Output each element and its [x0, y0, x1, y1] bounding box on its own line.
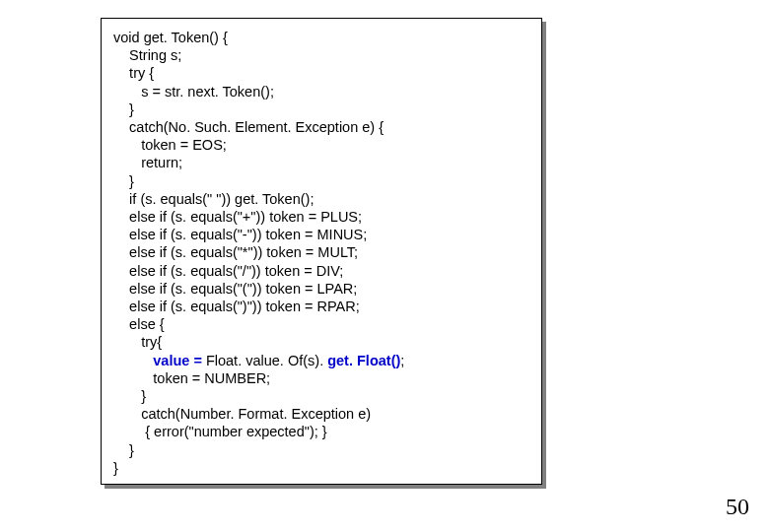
page-number: 50 [726, 494, 749, 520]
code-line: else if (s. equals("(")) token = LPAR; [113, 280, 529, 298]
code-line: token = EOS; [113, 136, 529, 154]
highlight-mid: Float. value. Of(s). [206, 353, 323, 368]
code-line: catch(No. Such. Element. Exception e) { [113, 118, 529, 136]
code-line: String s; [113, 46, 529, 64]
code-line: { error("number expected"); } [113, 423, 529, 440]
code-line: else if (s. equals("-")) token = MINUS; [113, 226, 529, 243]
code-line: else if (s. equals("/")) token = DIV; [113, 262, 529, 280]
code-line: return; [113, 154, 529, 171]
highlight-text: get. Float() [323, 353, 400, 368]
code-line: } [113, 172, 529, 190]
code-line: else if (s. equals(")")) token = RPAR; [113, 298, 529, 315]
code-line: } [113, 459, 529, 477]
code-highlight-line: value = Float. value. Of(s). get. Float(… [113, 352, 529, 369]
code-line: try { [113, 64, 529, 82]
code-line: catch(Number. Format. Exception e) [113, 405, 529, 423]
code-line: token = NUMBER; [113, 369, 529, 387]
code-line: } [113, 441, 529, 459]
code-box: void get. Token() { String s; try { s = … [101, 18, 542, 485]
code-line: else { [113, 315, 529, 333]
code-line: if (s. equals(" ")) get. Token(); [113, 190, 529, 208]
code-line: void get. Token() { [113, 29, 529, 46]
code-line: } [113, 387, 529, 405]
code-suffix: ; [400, 353, 404, 368]
code-line: s = str. next. Token(); [113, 83, 529, 100]
code-line: else if (s. equals("*")) token = MULT; [113, 243, 529, 261]
code-line: try{ [113, 333, 529, 351]
highlight-text: value = [153, 353, 206, 368]
code-line: } [113, 100, 529, 118]
code-line: else if (s. equals("+")) token = PLUS; [113, 208, 529, 226]
code-indent [113, 353, 153, 368]
